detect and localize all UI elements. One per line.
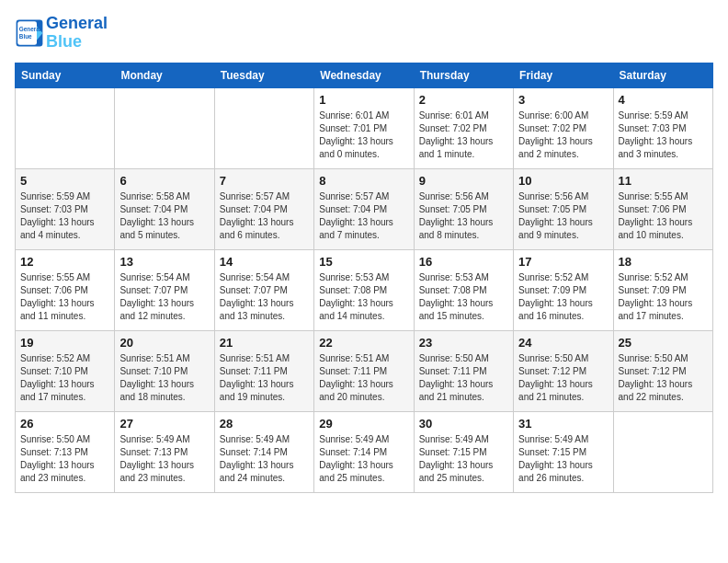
day-detail: Sunrise: 5:49 AM Sunset: 7:14 PM Dayligh… [220,433,309,485]
calendar-cell: 25Sunrise: 5:50 AM Sunset: 7:12 PM Dayli… [613,330,712,411]
calendar-cell: 7Sunrise: 5:57 AM Sunset: 7:04 PM Daylig… [214,168,313,249]
calendar-cell [613,411,712,492]
day-detail: Sunrise: 5:57 AM Sunset: 7:04 PM Dayligh… [220,190,309,242]
day-detail: Sunrise: 5:57 AM Sunset: 7:04 PM Dayligh… [319,190,408,242]
calendar-cell: 26Sunrise: 5:50 AM Sunset: 7:13 PM Dayli… [16,411,115,492]
day-detail: Sunrise: 5:50 AM Sunset: 7:12 PM Dayligh… [619,352,708,404]
weekday-header: Wednesday [314,63,414,87]
day-detail: Sunrise: 5:52 AM Sunset: 7:09 PM Dayligh… [518,271,608,323]
day-number: 18 [619,255,708,269]
calendar-cell: 2Sunrise: 6:01 AM Sunset: 7:02 PM Daylig… [414,87,513,168]
day-detail: Sunrise: 5:49 AM Sunset: 7:13 PM Dayligh… [119,433,209,485]
day-number: 26 [20,417,109,431]
calendar-week-row: 12Sunrise: 5:55 AM Sunset: 7:06 PM Dayli… [16,249,713,330]
calendar-cell: 12Sunrise: 5:55 AM Sunset: 7:06 PM Dayli… [16,249,115,330]
page-header: General Blue GeneralBlue [15,15,713,52]
day-number: 13 [119,255,209,269]
day-detail: Sunrise: 5:59 AM Sunset: 7:03 PM Dayligh… [619,109,708,161]
day-number: 2 [419,93,508,107]
day-number: 29 [319,417,408,431]
day-number: 25 [619,336,708,350]
day-number: 12 [20,255,109,269]
day-number: 1 [319,93,408,107]
logo: General Blue GeneralBlue [15,15,108,52]
day-detail: Sunrise: 5:53 AM Sunset: 7:08 PM Dayligh… [319,271,408,323]
day-detail: Sunrise: 5:49 AM Sunset: 7:14 PM Dayligh… [319,433,408,485]
day-number: 19 [20,336,109,350]
calendar-cell: 18Sunrise: 5:52 AM Sunset: 7:09 PM Dayli… [613,249,712,330]
calendar-cell: 19Sunrise: 5:52 AM Sunset: 7:10 PM Dayli… [16,330,115,411]
calendar-table: SundayMondayTuesdayWednesdayThursdayFrid… [15,63,713,493]
calendar-cell [214,87,313,168]
day-detail: Sunrise: 5:49 AM Sunset: 7:15 PM Dayligh… [518,433,608,485]
calendar-header-row: SundayMondayTuesdayWednesdayThursdayFrid… [16,63,713,87]
day-detail: Sunrise: 5:49 AM Sunset: 7:15 PM Dayligh… [419,433,508,485]
day-detail: Sunrise: 5:50 AM Sunset: 7:11 PM Dayligh… [419,352,508,404]
calendar-cell: 13Sunrise: 5:54 AM Sunset: 7:07 PM Dayli… [115,249,214,330]
day-number: 10 [518,174,608,188]
calendar-cell: 5Sunrise: 5:59 AM Sunset: 7:03 PM Daylig… [16,168,115,249]
day-detail: Sunrise: 6:01 AM Sunset: 7:01 PM Dayligh… [319,109,408,161]
calendar-cell [115,87,214,168]
day-number: 4 [619,93,708,107]
calendar-cell: 21Sunrise: 5:51 AM Sunset: 7:11 PM Dayli… [214,330,313,411]
weekday-header: Tuesday [214,63,313,87]
day-detail: Sunrise: 5:59 AM Sunset: 7:03 PM Dayligh… [20,190,109,242]
day-detail: Sunrise: 5:56 AM Sunset: 7:05 PM Dayligh… [419,190,508,242]
weekday-header: Friday [514,63,613,87]
day-detail: Sunrise: 5:51 AM Sunset: 7:10 PM Dayligh… [119,352,209,404]
day-number: 20 [119,336,209,350]
day-number: 11 [619,174,708,188]
calendar-cell: 27Sunrise: 5:49 AM Sunset: 7:13 PM Dayli… [115,411,214,492]
calendar-cell: 3Sunrise: 6:00 AM Sunset: 7:02 PM Daylig… [514,87,613,168]
logo-text: GeneralBlue [46,15,108,52]
calendar-cell: 16Sunrise: 5:53 AM Sunset: 7:08 PM Dayli… [414,249,513,330]
day-number: 28 [220,417,309,431]
day-detail: Sunrise: 5:58 AM Sunset: 7:04 PM Dayligh… [119,190,209,242]
calendar-cell [16,87,115,168]
day-detail: Sunrise: 5:50 AM Sunset: 7:13 PM Dayligh… [20,433,109,485]
calendar-cell: 15Sunrise: 5:53 AM Sunset: 7:08 PM Dayli… [314,249,414,330]
calendar-cell: 29Sunrise: 5:49 AM Sunset: 7:14 PM Dayli… [314,411,414,492]
day-number: 9 [419,174,508,188]
calendar-week-row: 1Sunrise: 6:01 AM Sunset: 7:01 PM Daylig… [16,87,713,168]
day-number: 16 [419,255,508,269]
day-detail: Sunrise: 5:56 AM Sunset: 7:05 PM Dayligh… [518,190,608,242]
calendar-week-row: 5Sunrise: 5:59 AM Sunset: 7:03 PM Daylig… [16,168,713,249]
day-number: 5 [20,174,109,188]
weekday-header: Monday [115,63,214,87]
calendar-cell: 24Sunrise: 5:50 AM Sunset: 7:12 PM Dayli… [514,330,613,411]
day-number: 27 [119,417,209,431]
day-number: 30 [419,417,508,431]
day-number: 6 [119,174,209,188]
day-detail: Sunrise: 5:51 AM Sunset: 7:11 PM Dayligh… [220,352,309,404]
day-number: 22 [319,336,408,350]
day-number: 23 [419,336,508,350]
calendar-cell: 9Sunrise: 5:56 AM Sunset: 7:05 PM Daylig… [414,168,513,249]
day-number: 24 [518,336,608,350]
calendar-cell: 1Sunrise: 6:01 AM Sunset: 7:01 PM Daylig… [314,87,414,168]
day-number: 7 [220,174,309,188]
day-detail: Sunrise: 5:55 AM Sunset: 7:06 PM Dayligh… [619,190,708,242]
weekday-header: Sunday [16,63,115,87]
svg-text:General: General [19,26,41,32]
svg-text:Blue: Blue [19,33,32,40]
calendar-week-row: 26Sunrise: 5:50 AM Sunset: 7:13 PM Dayli… [16,411,713,492]
day-detail: Sunrise: 6:01 AM Sunset: 7:02 PM Dayligh… [419,109,508,161]
day-detail: Sunrise: 5:54 AM Sunset: 7:07 PM Dayligh… [220,271,309,323]
day-detail: Sunrise: 5:52 AM Sunset: 7:10 PM Dayligh… [20,352,109,404]
day-detail: Sunrise: 6:00 AM Sunset: 7:02 PM Dayligh… [518,109,608,161]
calendar-cell: 6Sunrise: 5:58 AM Sunset: 7:04 PM Daylig… [115,168,214,249]
calendar-cell: 28Sunrise: 5:49 AM Sunset: 7:14 PM Dayli… [214,411,313,492]
day-detail: Sunrise: 5:50 AM Sunset: 7:12 PM Dayligh… [518,352,608,404]
weekday-header: Thursday [414,63,513,87]
day-number: 14 [220,255,309,269]
day-number: 21 [220,336,309,350]
day-number: 15 [319,255,408,269]
calendar-cell: 14Sunrise: 5:54 AM Sunset: 7:07 PM Dayli… [214,249,313,330]
day-number: 3 [518,93,608,107]
calendar-cell: 4Sunrise: 5:59 AM Sunset: 7:03 PM Daylig… [613,87,712,168]
calendar-cell: 23Sunrise: 5:50 AM Sunset: 7:11 PM Dayli… [414,330,513,411]
calendar-cell: 10Sunrise: 5:56 AM Sunset: 7:05 PM Dayli… [514,168,613,249]
calendar-cell: 20Sunrise: 5:51 AM Sunset: 7:10 PM Dayli… [115,330,214,411]
